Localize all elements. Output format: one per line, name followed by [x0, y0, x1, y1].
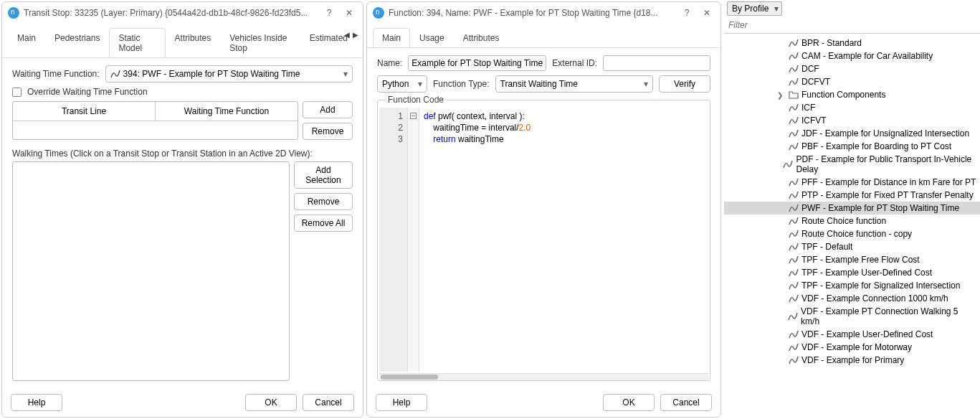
tree-item[interactable]: JDF - Example for Unsignalized Intersect…	[724, 127, 980, 140]
tree-item[interactable]: Route Choice function	[724, 215, 980, 227]
tree-item[interactable]: VDF - Example for Motorway	[724, 341, 980, 354]
titlebar[interactable]: Transit Stop: 33235 (Layer: Primary) {05…	[2, 2, 363, 24]
tab-pedestrians[interactable]: Pedestrians	[45, 28, 109, 57]
app-icon	[373, 7, 384, 19]
function-icon	[110, 69, 120, 79]
remove-button[interactable]: Remove	[303, 123, 353, 140]
function-icon	[789, 268, 799, 278]
tree-item-label: PBF - Example for Boarding to PT Cost	[801, 141, 951, 151]
tab-attributes[interactable]: Attributes	[166, 28, 221, 57]
scrollbar-thumb[interactable]	[381, 375, 438, 380]
help-icon[interactable]: ?	[321, 5, 337, 21]
name-input[interactable]	[408, 55, 546, 71]
tab-usage[interactable]: Usage	[410, 28, 454, 47]
fold-icon[interactable]	[410, 113, 417, 119]
tab-scroll[interactable]: ◀▶	[343, 29, 360, 40]
chevron-right-icon[interactable]: ❯	[776, 91, 784, 99]
fn-type-select[interactable]: Transit Waiting Time	[495, 75, 654, 93]
tree-item[interactable]: PTP - Example for Fixed PT Transfer Pena…	[724, 189, 980, 202]
function-icon	[789, 242, 799, 252]
titlebar[interactable]: Function: 394, Name: PWF - Example for P…	[367, 2, 720, 24]
help-icon[interactable]: ?	[679, 5, 695, 21]
tree-item[interactable]: ICF	[724, 101, 980, 114]
tree-item-label: VDF - Example for Motorway	[801, 342, 912, 352]
tree-item[interactable]: VDF - Example Connection 1000 km/h	[724, 292, 980, 305]
profile-combo[interactable]: By Profile	[727, 1, 782, 16]
help-button[interactable]: Help	[11, 394, 62, 411]
ok-button[interactable]: OK	[245, 394, 297, 411]
ok-button[interactable]: OK	[603, 394, 655, 411]
override-table[interactable]: Transit Line Waiting Time Function	[12, 101, 298, 140]
tree-item[interactable]: VDF - Example User-Defined Cost	[724, 328, 980, 341]
fn-type-label: Function Type:	[433, 79, 490, 89]
tree-item-label: Function Components	[801, 90, 885, 100]
verify-button[interactable]: Verify	[659, 75, 710, 93]
tree-item[interactable]: PFF - Example for Distance in km Fare fo…	[724, 176, 980, 189]
function-code-group: Function Code 1 2 3 def pwf( context, in…	[377, 100, 710, 381]
close-icon[interactable]: ✕	[341, 5, 357, 21]
tree-item[interactable]: PWF - Example for PT Stop Waiting Time	[724, 202, 980, 215]
tab-static-model[interactable]: Static Model	[109, 28, 165, 57]
tree-item-label: TPF - Default	[801, 242, 852, 252]
code-editor[interactable]: def pwf( context, interval ): waitingTim…	[419, 108, 708, 372]
waiting-time-fn-value: 394: PWF - Example for PT Stop Waiting T…	[123, 69, 300, 79]
tab-attributes[interactable]: Attributes	[454, 28, 509, 47]
tab-main[interactable]: Main	[8, 28, 45, 57]
tree-item[interactable]: CAM - Example for Car Availability	[724, 50, 980, 62]
tree-item[interactable]: DCFVT	[724, 75, 980, 88]
external-id-input[interactable]	[603, 55, 710, 71]
override-checkbox[interactable]	[12, 88, 22, 97]
tree-item[interactable]: TPF - Example for Signalized Intersectio…	[724, 279, 980, 292]
walking-times-list[interactable]	[12, 161, 290, 381]
tree-item-label: ICF	[801, 103, 815, 113]
tree-item[interactable]: PDF - Example for Public Transport In-Ve…	[724, 153, 980, 176]
function-icon	[783, 159, 793, 169]
function-icon	[789, 77, 799, 87]
tree-item[interactable]: VDF - Example for Primary	[724, 354, 980, 367]
tree-item[interactable]: TPF - Example Free Flow Cost	[724, 253, 980, 266]
walking-times-label: Walking Times (Click on a Transit Stop o…	[12, 149, 353, 159]
function-icon	[789, 281, 799, 291]
name-label: Name:	[377, 58, 402, 68]
tree-item[interactable]: PBF - Example for Boarding to PT Cost	[724, 140, 980, 153]
tree-item-label: BPR - Standard	[801, 38, 862, 48]
tree-item-label: Route Choice function	[801, 216, 886, 226]
col-transit-line[interactable]: Transit Line	[13, 102, 156, 121]
cancel-button[interactable]: Cancel	[660, 394, 712, 411]
horizontal-scrollbar[interactable]	[379, 373, 708, 380]
function-icon	[789, 255, 799, 265]
help-button[interactable]: Help	[376, 394, 427, 411]
add-selection-button[interactable]: Add Selection	[294, 161, 353, 189]
remove-all-button[interactable]: Remove All	[294, 215, 353, 232]
app-icon	[8, 7, 19, 19]
tab-vehicles-inside-stop[interactable]: Vehicles Inside Stop	[220, 28, 300, 57]
function-tree[interactable]: BPR - StandardCAM - Example for Car Avai…	[724, 34, 980, 416]
tree-item[interactable]: Route Choice function - copy	[724, 227, 980, 240]
tree-item[interactable]: VDF - Example PT Connection Walking 5 km…	[724, 305, 980, 328]
close-icon[interactable]: ✕	[699, 5, 715, 21]
tree-item[interactable]: BPR - Standard	[724, 37, 980, 50]
language-select[interactable]: Python	[377, 75, 427, 93]
tree-item-label: TPF - Example Free Flow Cost	[801, 255, 920, 265]
add-button[interactable]: Add	[303, 101, 353, 118]
tree-item[interactable]: ❯Function Components	[724, 88, 980, 101]
folder-icon	[789, 90, 799, 100]
cancel-button[interactable]: Cancel	[303, 394, 354, 411]
tree-item[interactable]: TPF - Example User-Defined Cost	[724, 266, 980, 279]
dialog-title: Function: 394, Name: PWF - Example for P…	[389, 8, 675, 18]
tab-main[interactable]: Main	[373, 28, 410, 47]
tree-item-label: VDF - Example for Primary	[801, 355, 904, 365]
waiting-time-fn-select[interactable]: 394: PWF - Example for PT Stop Waiting T…	[105, 65, 353, 83]
tree-item[interactable]: TPF - Default	[724, 240, 980, 253]
tree-item[interactable]: DCF	[724, 62, 980, 75]
tree-item[interactable]: ICFVT	[724, 114, 980, 127]
fold-gutter[interactable]	[408, 108, 419, 372]
function-icon	[789, 342, 799, 352]
col-waiting-time-fn[interactable]: Waiting Time Function	[156, 102, 298, 121]
dialog-title: Transit Stop: 33235 (Layer: Primary) {05…	[24, 8, 317, 18]
override-label: Override Waiting Time Function	[27, 87, 148, 97]
tree-item-label: DCFVT	[801, 77, 830, 87]
remove-walking-button[interactable]: Remove	[294, 193, 353, 210]
tab-bar: Main Usage Attributes	[367, 28, 720, 48]
filter-input[interactable]	[724, 17, 980, 34]
